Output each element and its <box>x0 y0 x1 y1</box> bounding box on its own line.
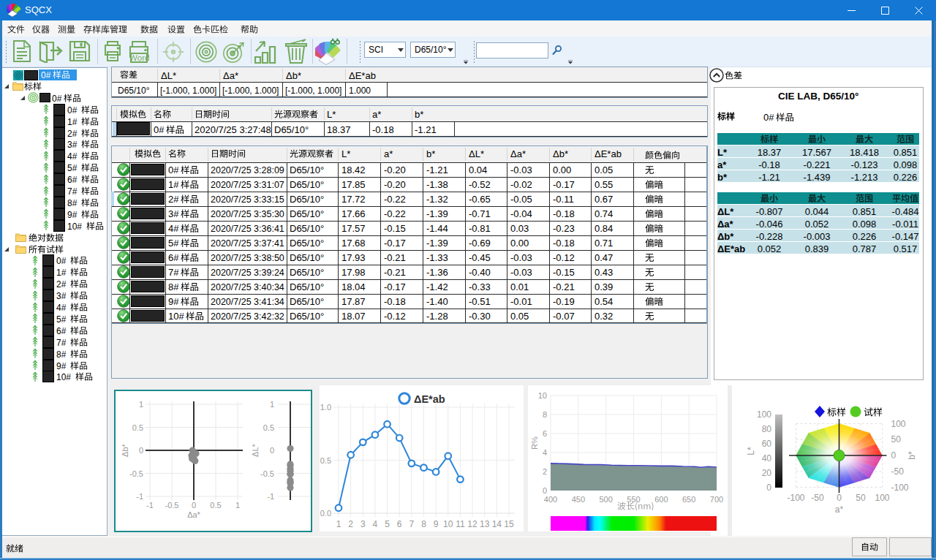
svg-text:0: 0 <box>837 493 842 503</box>
svg-text:-100: -100 <box>891 483 909 493</box>
svg-text:0.5: 0.5 <box>320 456 331 465</box>
svg-text:-50: -50 <box>811 493 824 503</box>
svg-text:6: 6 <box>543 429 547 438</box>
svg-text:5: 5 <box>385 519 390 529</box>
svg-text:a*: a* <box>835 504 844 515</box>
svg-text:2: 2 <box>543 467 547 476</box>
svg-text:10: 10 <box>443 519 453 529</box>
svg-text:-0.5: -0.5 <box>129 469 143 478</box>
svg-text:0: 0 <box>766 483 771 493</box>
svg-text:0.5: 0.5 <box>263 423 274 432</box>
svg-text:8: 8 <box>543 410 547 419</box>
svg-text:-100: -100 <box>787 493 804 503</box>
svg-text:0: 0 <box>270 446 274 455</box>
svg-text:0: 0 <box>891 450 897 461</box>
svg-text:R%: R% <box>530 436 539 450</box>
svg-text:0: 0 <box>192 501 196 510</box>
svg-text:-1: -1 <box>267 492 274 501</box>
svg-text:0.5: 0.5 <box>132 423 143 432</box>
svg-text:10: 10 <box>538 391 547 400</box>
svg-text:1: 1 <box>235 501 240 510</box>
svg-text:50: 50 <box>891 434 902 444</box>
svg-text:ΔL*: ΔL* <box>251 443 260 456</box>
svg-text:450: 450 <box>572 495 585 504</box>
svg-text:7: 7 <box>409 519 414 529</box>
svg-text:ΔE*ab: ΔE*ab <box>414 393 445 405</box>
svg-text:60: 60 <box>762 439 772 449</box>
svg-text:-1: -1 <box>136 492 143 501</box>
svg-text:-0.5: -0.5 <box>165 501 179 510</box>
svg-text:-1: -1 <box>146 501 154 510</box>
svg-text:15: 15 <box>504 519 514 529</box>
svg-text:650: 650 <box>682 495 695 504</box>
svg-text:50: 50 <box>856 493 866 503</box>
svg-text:1: 1 <box>336 519 341 529</box>
svg-text:4: 4 <box>543 448 547 457</box>
svg-text:0.0: 0.0 <box>320 509 331 518</box>
svg-text:2: 2 <box>348 519 353 529</box>
svg-text:0.5: 0.5 <box>210 501 221 510</box>
svg-text:0: 0 <box>543 486 547 495</box>
svg-text:0: 0 <box>139 446 143 455</box>
svg-text:4: 4 <box>373 519 378 529</box>
svg-text:100: 100 <box>757 409 771 420</box>
svg-text:Δb*: Δb* <box>121 443 129 456</box>
svg-text:400: 400 <box>544 495 557 504</box>
svg-text:-0.5: -0.5 <box>260 469 274 478</box>
svg-text:1: 1 <box>270 400 274 409</box>
svg-text:600: 600 <box>654 495 668 504</box>
svg-text:40: 40 <box>762 453 772 463</box>
svg-text:-50: -50 <box>891 466 905 477</box>
svg-text:1.0: 1.0 <box>320 403 331 412</box>
svg-text:14: 14 <box>492 519 502 529</box>
svg-text:100: 100 <box>875 493 889 503</box>
svg-text:100: 100 <box>891 419 906 429</box>
svg-text:1: 1 <box>139 400 143 409</box>
svg-text:b*: b* <box>907 451 917 460</box>
svg-text:13: 13 <box>480 519 490 529</box>
svg-text:8: 8 <box>421 519 426 529</box>
svg-text:L*: L* <box>746 447 756 455</box>
svg-text:20: 20 <box>762 468 772 478</box>
svg-text:80: 80 <box>762 424 772 434</box>
svg-text:12: 12 <box>467 519 478 529</box>
svg-text:3: 3 <box>361 519 366 529</box>
svg-text:500: 500 <box>599 495 612 504</box>
svg-text:6: 6 <box>397 519 402 529</box>
svg-text:9: 9 <box>434 519 439 529</box>
svg-text:700: 700 <box>710 495 723 504</box>
svg-text:Δa*: Δa* <box>187 510 200 519</box>
svg-text:11: 11 <box>456 519 465 529</box>
